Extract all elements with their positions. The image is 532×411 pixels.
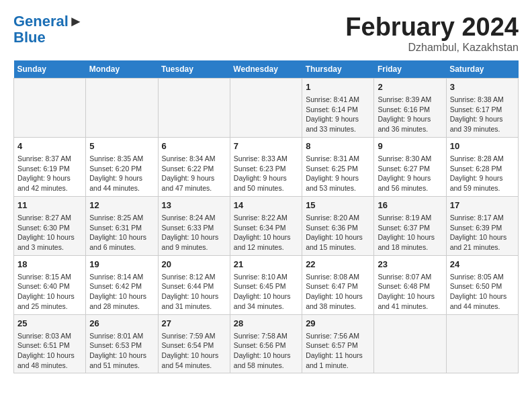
calendar-cell: 20Sunrise: 8:12 AMSunset: 6:44 PMDayligh… — [158, 255, 230, 314]
day-info: Sunrise: 8:10 AMSunset: 6:45 PMDaylight:… — [234, 272, 298, 312]
calendar-cell — [86, 78, 158, 137]
calendar-week-row: 25Sunrise: 8:03 AMSunset: 6:51 PMDayligh… — [14, 314, 519, 373]
day-info: Sunrise: 8:22 AMSunset: 6:34 PMDaylight:… — [234, 213, 298, 253]
day-info: Sunrise: 8:28 AMSunset: 6:28 PMDaylight:… — [450, 154, 515, 193]
day-number: 15 — [306, 199, 370, 212]
title-block: February 2024 Dzhambul, Kazakhstan — [345, 13, 519, 54]
calendar-cell: 27Sunrise: 7:59 AMSunset: 6:54 PMDayligh… — [158, 314, 230, 373]
calendar-cell: 25Sunrise: 8:03 AMSunset: 6:51 PMDayligh… — [14, 314, 86, 373]
day-of-week-header: Sunday — [14, 60, 86, 79]
calendar-cell: 3Sunrise: 8:38 AMSunset: 6:17 PMDaylight… — [446, 78, 518, 137]
day-number: 11 — [17, 199, 82, 212]
day-number: 17 — [450, 199, 515, 212]
day-number: 2 — [378, 81, 442, 93]
logo-text: General► Blue — [13, 13, 83, 46]
day-info: Sunrise: 7:59 AMSunset: 6:54 PMDaylight:… — [162, 331, 226, 371]
day-of-week-header: Saturday — [446, 60, 518, 79]
calendar-cell: 6Sunrise: 8:34 AMSunset: 6:22 PMDaylight… — [158, 137, 230, 196]
page-header: General► Blue February 2024 Dzhambul, Ka… — [13, 13, 519, 54]
day-number: 19 — [89, 259, 154, 271]
day-number: 26 — [89, 318, 154, 330]
calendar-cell: 21Sunrise: 8:10 AMSunset: 6:45 PMDayligh… — [230, 255, 302, 314]
day-info: Sunrise: 8:07 AMSunset: 6:48 PMDaylight:… — [378, 272, 442, 312]
calendar-cell: 10Sunrise: 8:28 AMSunset: 6:28 PMDayligh… — [446, 137, 518, 196]
calendar-cell: 26Sunrise: 8:01 AMSunset: 6:53 PMDayligh… — [86, 314, 158, 373]
day-number: 22 — [306, 259, 370, 271]
day-number: 8 — [306, 140, 370, 152]
day-info: Sunrise: 8:19 AMSunset: 6:37 PMDaylight:… — [378, 213, 442, 253]
calendar-cell: 13Sunrise: 8:24 AMSunset: 6:33 PMDayligh… — [158, 196, 230, 255]
day-info: Sunrise: 8:37 AMSunset: 6:19 PMDaylight:… — [17, 154, 82, 193]
day-info: Sunrise: 8:25 AMSunset: 6:31 PMDaylight:… — [89, 213, 154, 253]
day-number: 14 — [234, 199, 298, 212]
calendar-week-row: 11Sunrise: 8:27 AMSunset: 6:30 PMDayligh… — [14, 196, 519, 255]
calendar-cell: 2Sunrise: 8:39 AMSunset: 6:16 PMDaylight… — [374, 78, 446, 137]
calendar-cell: 9Sunrise: 8:30 AMSunset: 6:27 PMDaylight… — [374, 137, 446, 196]
calendar-cell: 12Sunrise: 8:25 AMSunset: 6:31 PMDayligh… — [86, 196, 158, 255]
day-number: 24 — [450, 259, 515, 271]
day-number: 12 — [89, 199, 154, 212]
day-info: Sunrise: 8:33 AMSunset: 6:23 PMDaylight:… — [234, 154, 298, 193]
day-number: 29 — [306, 318, 370, 330]
day-number: 28 — [234, 318, 298, 330]
calendar-table: SundayMondayTuesdayWednesdayThursdayFrid… — [13, 60, 519, 374]
day-number: 4 — [17, 140, 82, 152]
calendar-cell — [230, 78, 302, 137]
day-number: 23 — [378, 259, 442, 271]
day-of-week-header: Wednesday — [230, 60, 302, 79]
day-info: Sunrise: 8:34 AMSunset: 6:22 PMDaylight:… — [162, 154, 226, 193]
day-number: 6 — [162, 140, 226, 152]
calendar-cell: 19Sunrise: 8:14 AMSunset: 6:42 PMDayligh… — [86, 255, 158, 314]
day-info: Sunrise: 8:15 AMSunset: 6:40 PMDaylight:… — [17, 272, 82, 312]
day-info: Sunrise: 8:27 AMSunset: 6:30 PMDaylight:… — [17, 213, 82, 253]
calendar-header-row: SundayMondayTuesdayWednesdayThursdayFrid… — [14, 60, 519, 79]
day-info: Sunrise: 8:12 AMSunset: 6:44 PMDaylight:… — [162, 272, 226, 312]
day-of-week-header: Thursday — [302, 60, 374, 79]
day-info: Sunrise: 8:31 AMSunset: 6:25 PMDaylight:… — [306, 154, 370, 193]
day-of-week-header: Monday — [86, 60, 158, 79]
calendar-cell: 29Sunrise: 7:56 AMSunset: 6:57 PMDayligh… — [302, 314, 374, 373]
day-info: Sunrise: 8:05 AMSunset: 6:50 PMDaylight:… — [450, 272, 515, 312]
calendar-cell — [158, 78, 230, 137]
calendar-cell: 1Sunrise: 8:41 AMSunset: 6:14 PMDaylight… — [302, 78, 374, 137]
day-info: Sunrise: 8:01 AMSunset: 6:53 PMDaylight:… — [89, 331, 154, 371]
day-number: 9 — [378, 140, 442, 152]
calendar-cell: 7Sunrise: 8:33 AMSunset: 6:23 PMDaylight… — [230, 137, 302, 196]
calendar-week-row: 4Sunrise: 8:37 AMSunset: 6:19 PMDaylight… — [14, 137, 519, 196]
calendar-cell: 5Sunrise: 8:35 AMSunset: 6:20 PMDaylight… — [86, 137, 158, 196]
month-title: February 2024 — [345, 13, 519, 42]
day-number: 13 — [162, 199, 226, 212]
day-info: Sunrise: 8:41 AMSunset: 6:14 PMDaylight:… — [306, 95, 370, 134]
day-of-week-header: Friday — [374, 60, 446, 79]
calendar-cell: 24Sunrise: 8:05 AMSunset: 6:50 PMDayligh… — [446, 255, 518, 314]
calendar-cell: 28Sunrise: 7:58 AMSunset: 6:56 PMDayligh… — [230, 314, 302, 373]
day-info: Sunrise: 8:30 AMSunset: 6:27 PMDaylight:… — [378, 154, 442, 193]
calendar-cell: 15Sunrise: 8:20 AMSunset: 6:36 PMDayligh… — [302, 196, 374, 255]
day-info: Sunrise: 8:08 AMSunset: 6:47 PMDaylight:… — [306, 272, 370, 312]
calendar-cell: 18Sunrise: 8:15 AMSunset: 6:40 PMDayligh… — [14, 255, 86, 314]
calendar-week-row: 18Sunrise: 8:15 AMSunset: 6:40 PMDayligh… — [14, 255, 519, 314]
day-number: 10 — [450, 140, 515, 152]
day-of-week-header: Tuesday — [158, 60, 230, 79]
day-number: 16 — [378, 199, 442, 212]
calendar-cell: 8Sunrise: 8:31 AMSunset: 6:25 PMDaylight… — [302, 137, 374, 196]
day-number: 20 — [162, 259, 226, 271]
day-info: Sunrise: 8:39 AMSunset: 6:16 PMDaylight:… — [378, 95, 442, 134]
day-info: Sunrise: 8:38 AMSunset: 6:17 PMDaylight:… — [450, 95, 515, 134]
calendar-cell — [374, 314, 446, 373]
day-info: Sunrise: 8:20 AMSunset: 6:36 PMDaylight:… — [306, 213, 370, 253]
day-number: 5 — [89, 140, 154, 152]
calendar-cell: 11Sunrise: 8:27 AMSunset: 6:30 PMDayligh… — [14, 196, 86, 255]
calendar-cell — [446, 314, 518, 373]
day-number: 21 — [234, 259, 298, 271]
calendar-cell: 14Sunrise: 8:22 AMSunset: 6:34 PMDayligh… — [230, 196, 302, 255]
day-info: Sunrise: 8:14 AMSunset: 6:42 PMDaylight:… — [89, 272, 154, 312]
day-info: Sunrise: 7:56 AMSunset: 6:57 PMDaylight:… — [306, 331, 370, 371]
day-info: Sunrise: 7:58 AMSunset: 6:56 PMDaylight:… — [234, 331, 298, 371]
calendar-cell: 16Sunrise: 8:19 AMSunset: 6:37 PMDayligh… — [374, 196, 446, 255]
calendar-cell — [14, 78, 86, 137]
calendar-cell: 4Sunrise: 8:37 AMSunset: 6:19 PMDaylight… — [14, 137, 86, 196]
location-subtitle: Dzhambul, Kazakhstan — [345, 42, 519, 54]
day-info: Sunrise: 8:03 AMSunset: 6:51 PMDaylight:… — [17, 331, 82, 371]
day-number: 3 — [450, 81, 515, 93]
